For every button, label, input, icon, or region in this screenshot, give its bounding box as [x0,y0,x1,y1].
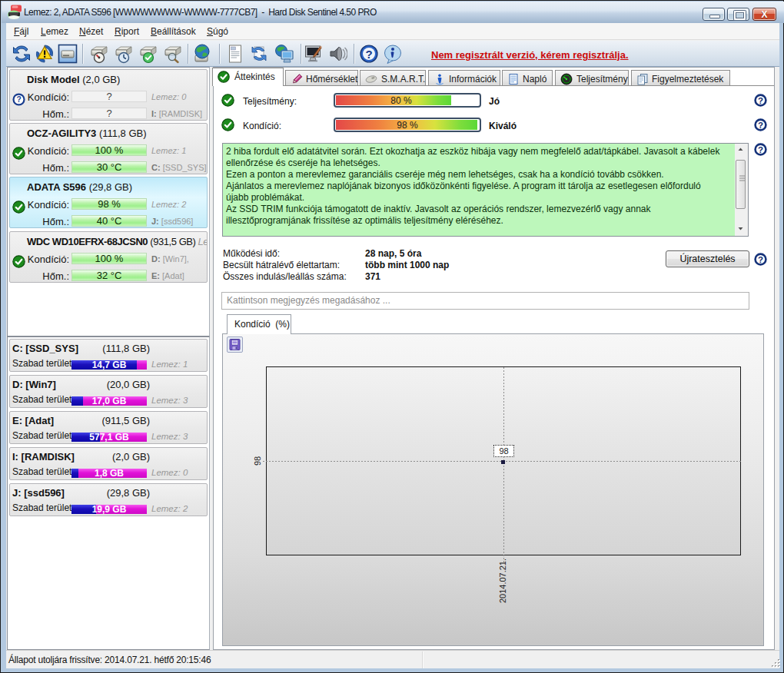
svg-text:?: ? [758,145,763,154]
svg-text:?: ? [758,121,763,130]
svg-text:?: ? [365,48,372,61]
svg-text:?: ? [758,255,763,264]
svg-text:?: ? [758,96,763,105]
